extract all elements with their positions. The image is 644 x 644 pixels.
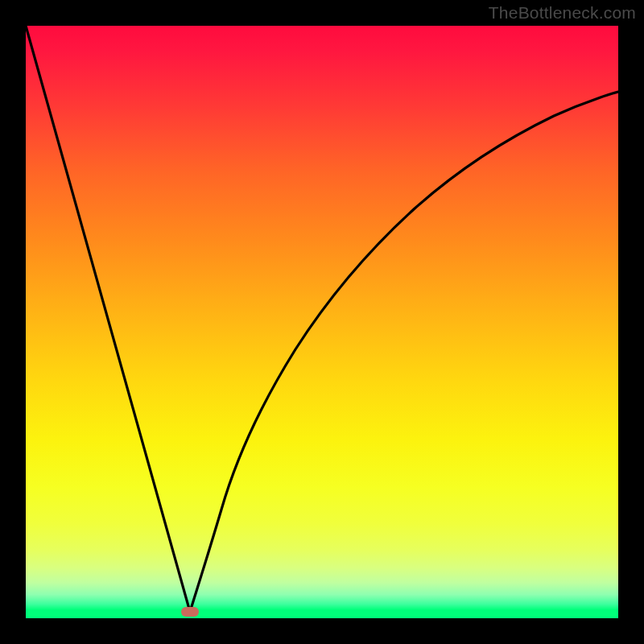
watermark-text: TheBottleneck.com bbox=[489, 3, 636, 23]
optimal-point-marker bbox=[181, 607, 199, 617]
chart-frame: TheBottleneck.com bbox=[0, 0, 644, 644]
plot-area bbox=[26, 26, 618, 618]
bottleneck-curve bbox=[26, 26, 618, 618]
